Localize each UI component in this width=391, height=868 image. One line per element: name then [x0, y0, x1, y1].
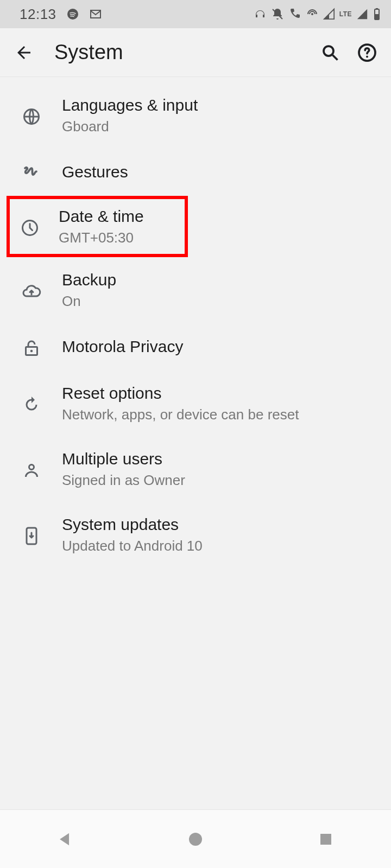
status-clock: 12:13 [20, 6, 56, 23]
setting-title: System updates [62, 515, 380, 534]
svg-rect-4 [376, 8, 378, 9]
svg-point-16 [189, 833, 202, 846]
help-icon [357, 43, 377, 62]
back-button[interactable] [11, 40, 37, 66]
globe-icon [22, 107, 41, 126]
volte-call-icon [288, 8, 301, 21]
setting-gestures[interactable]: Gestures [0, 148, 391, 196]
setting-title: Date & time [59, 207, 185, 226]
square-recent-icon [318, 831, 334, 847]
arrow-back-icon [14, 43, 34, 62]
search-button[interactable] [317, 40, 343, 66]
signal-1-icon [323, 8, 335, 21]
system-update-icon [22, 526, 41, 546]
unlock-icon [22, 338, 41, 358]
setting-languages-input[interactable]: Languages & input Gboard [0, 82, 391, 148]
setting-title: Reset options [62, 384, 380, 403]
highlight-date-time: Date & time GMT+05:30 [7, 196, 188, 257]
setting-title: Languages & input [62, 95, 380, 115]
nav-home-button[interactable] [182, 826, 209, 852]
help-button[interactable] [354, 40, 380, 66]
setting-date-time[interactable]: Date & time GMT+05:30 [11, 207, 185, 246]
setting-reset-options[interactable]: Reset options Network, apps, or device c… [0, 371, 391, 436]
setting-system-updates[interactable]: System updates Updated to Android 10 [0, 502, 391, 567]
reset-icon [22, 395, 41, 414]
dnd-off-icon [271, 8, 284, 21]
setting-sub: On [62, 293, 380, 310]
gmail-icon [89, 8, 102, 21]
headphones-icon [254, 8, 267, 21]
svg-point-6 [324, 46, 333, 56]
svg-rect-17 [320, 834, 331, 845]
setting-sub: Signed in as Owner [62, 472, 380, 489]
setting-multiple-users[interactable]: Multiple users Signed in as Owner [0, 436, 391, 502]
battery-icon [373, 8, 381, 21]
setting-title: Multiple users [62, 449, 380, 469]
page-title: System [54, 41, 317, 64]
signal-2-icon [356, 8, 368, 21]
nav-back-button[interactable] [52, 826, 78, 852]
svg-point-13 [30, 350, 33, 353]
svg-point-2 [311, 13, 313, 15]
app-bar: System [0, 28, 391, 77]
navigation-bar [0, 809, 391, 868]
setting-title: Backup [62, 270, 380, 290]
setting-sub: Network, apps, or device can be reset [62, 406, 380, 423]
setting-backup[interactable]: Backup On [0, 257, 391, 323]
setting-sub: Updated to Android 10 [62, 538, 380, 554]
gesture-icon [22, 163, 41, 183]
settings-list: Languages & input Gboard Gestures Date &… [0, 77, 391, 567]
status-bar: 12:13 LTE [0, 0, 391, 28]
circle-home-icon [187, 831, 204, 848]
triangle-back-icon [56, 830, 74, 848]
setting-title: Motorola Privacy [62, 337, 380, 356]
lte-label: LTE [339, 10, 352, 18]
svg-point-9 [366, 55, 368, 58]
svg-line-7 [333, 55, 338, 60]
setting-title: Gestures [62, 162, 380, 182]
clock-icon [20, 218, 40, 238]
setting-sub: Gboard [62, 118, 380, 135]
setting-sub: GMT+05:30 [59, 229, 185, 246]
svg-point-14 [29, 464, 34, 469]
hotspot-icon [306, 8, 319, 21]
nav-recent-button[interactable] [313, 826, 339, 852]
person-icon [22, 461, 41, 480]
svg-rect-5 [375, 14, 379, 19]
search-icon [320, 43, 340, 62]
spotify-icon [66, 8, 79, 21]
setting-motorola-privacy[interactable]: Motorola Privacy [0, 323, 391, 371]
cloud-upload-icon [22, 282, 41, 301]
